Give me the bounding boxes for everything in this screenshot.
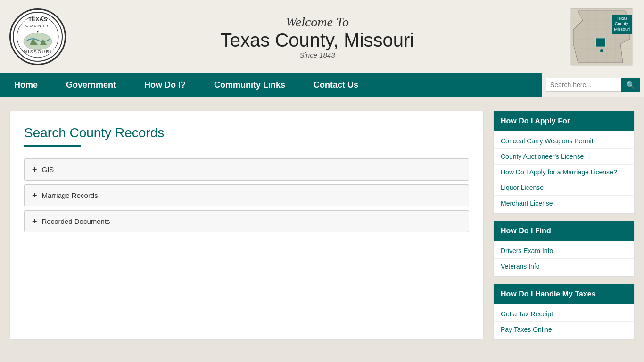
- find-widget: How Do I Find Drivers Exam Info Veterans…: [493, 221, 635, 277]
- svg-text:MISSOURI: MISSOURI: [24, 49, 52, 54]
- main-content: Search County Records + GIS + Marriage R…: [0, 97, 644, 354]
- nav-how-do-i[interactable]: How Do I?: [130, 73, 200, 97]
- accordion-header-gis[interactable]: + GIS: [25, 159, 469, 180]
- apply-link-merchant[interactable]: Merchant License: [494, 196, 634, 211]
- accordion-header-marriage[interactable]: + Marriage Records: [25, 185, 469, 206]
- apply-link-ccw[interactable]: Conceal Carry Weapons Permit: [494, 133, 634, 149]
- svg-point-6: [37, 31, 39, 32]
- find-link-drivers[interactable]: Drivers Exam Info: [494, 243, 634, 259]
- apply-widget: How Do I Apply For Conceal Carry Weapons…: [493, 111, 635, 214]
- search-panel: Search County Records + GIS + Marriage R…: [9, 111, 484, 340]
- svg-text:TEXAS: TEXAS: [28, 16, 47, 23]
- main-navbar: Home Government How Do I? Community Link…: [0, 73, 644, 97]
- right-sidebar: How Do I Apply For Conceal Carry Weapons…: [493, 111, 635, 340]
- nav-community-links[interactable]: Community Links: [200, 73, 299, 97]
- nav-home[interactable]: Home: [0, 73, 52, 97]
- apply-link-liquor[interactable]: Liquor License: [494, 180, 634, 196]
- svg-rect-18: [596, 38, 605, 47]
- apply-link-marriage[interactable]: How Do I Apply for a Marriage License?: [494, 165, 634, 180]
- apply-link-auctioneer[interactable]: County Auctioneer's License: [494, 149, 634, 165]
- map-label: TexasCounty,Missouri: [612, 15, 632, 34]
- nav-links: Home Government How Do I? Community Link…: [0, 73, 542, 97]
- plus-icon-marriage: +: [32, 190, 37, 200]
- find-widget-body: Drivers Exam Info Veterans Info: [494, 241, 634, 276]
- plus-icon-documents: +: [32, 216, 37, 226]
- taxes-widget-header: How Do I Handle My Taxes: [494, 284, 634, 304]
- find-widget-header: How Do I Find: [494, 221, 634, 241]
- accordion-label-documents: Recorded Documents: [42, 217, 110, 225]
- header-center: Welcome To Texas County, Missouri Since …: [66, 15, 569, 59]
- nav-government[interactable]: Government: [52, 73, 130, 97]
- county-logo: TEXAS COUNTY MISSOURI: [9, 8, 66, 65]
- search-input[interactable]: [546, 78, 621, 92]
- plus-icon-gis: +: [32, 165, 37, 174]
- logo-svg: TEXAS COUNTY MISSOURI: [12, 11, 64, 63]
- apply-widget-body: Conceal Carry Weapons Permit County Auct…: [494, 131, 634, 213]
- page-title: Search County Records: [24, 125, 469, 140]
- state-map: TexasCounty,Missouri: [569, 6, 635, 67]
- accordion-label-marriage: Marriage Records: [42, 191, 98, 199]
- search-bar: 🔍: [542, 73, 644, 97]
- taxes-widget: How Do I Handle My Taxes Get a Tax Recei…: [493, 284, 635, 340]
- taxes-link-pay-online[interactable]: Pay Taxes Online: [494, 322, 634, 337]
- apply-widget-header: How Do I Apply For: [494, 111, 634, 131]
- svg-point-4: [24, 33, 52, 50]
- county-name: Texas County, Missouri: [66, 30, 569, 51]
- taxes-widget-body: Get a Tax Receipt Pay Taxes Online: [494, 304, 634, 339]
- find-link-veterans[interactable]: Veterans Info: [494, 259, 634, 274]
- accordion-label-gis: GIS: [42, 165, 54, 173]
- nav-contact-us[interactable]: Contact Us: [299, 73, 372, 97]
- page-header: TEXAS COUNTY MISSOURI Welcome To Texas C…: [0, 0, 644, 73]
- welcome-text: Welcome To: [66, 15, 569, 30]
- accordion-marriage[interactable]: + Marriage Records: [24, 184, 469, 206]
- taxes-link-receipt[interactable]: Get a Tax Receipt: [494, 306, 634, 322]
- title-underline: [24, 145, 81, 147]
- svg-text:COUNTY: COUNTY: [25, 24, 50, 28]
- svg-point-19: [600, 49, 603, 52]
- accordion-documents[interactable]: + Recorded Documents: [24, 210, 469, 232]
- since-text: Since 1843: [66, 51, 569, 59]
- accordion-gis[interactable]: + GIS: [24, 158, 469, 181]
- accordion-header-documents[interactable]: + Recorded Documents: [25, 211, 469, 232]
- search-button[interactable]: 🔍: [621, 78, 640, 92]
